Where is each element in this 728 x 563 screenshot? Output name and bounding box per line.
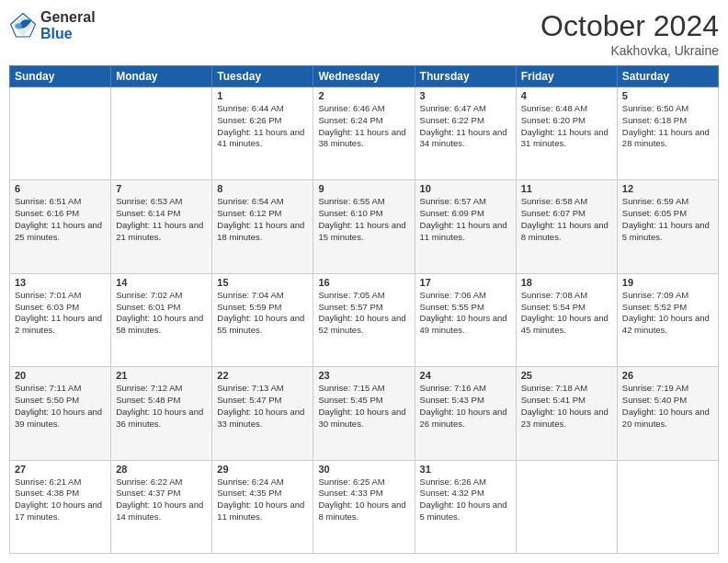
day-info: Sunrise: 6:54 AMSunset: 6:12 PMDaylight:… (217, 196, 308, 243)
location: Kakhovka, Ukraine (540, 43, 719, 58)
day-info: Sunrise: 6:53 AMSunset: 6:14 PMDaylight:… (116, 196, 207, 243)
day-number: 25 (521, 370, 612, 381)
calendar-week-3: 13Sunrise: 7:01 AMSunset: 6:03 PMDayligh… (10, 273, 719, 366)
day-number: 26 (622, 370, 713, 381)
day-number: 7 (116, 183, 207, 194)
calendar-cell: 29Sunrise: 6:24 AMSunset: 4:35 PMDayligh… (212, 460, 313, 553)
calendar-cell: 11Sunrise: 6:58 AMSunset: 6:07 PMDayligh… (516, 180, 617, 273)
weekday-header-saturday: Saturday (617, 66, 718, 87)
logo: General Blue (9, 9, 96, 41)
day-info: Sunrise: 6:50 AMSunset: 6:18 PMDaylight:… (622, 103, 713, 150)
day-number: 14 (116, 277, 207, 288)
calendar-week-5: 27Sunrise: 6:21 AMSunset: 4:38 PMDayligh… (10, 460, 719, 553)
calendar-cell (516, 460, 617, 553)
day-number: 24 (420, 370, 511, 381)
calendar-cell: 2Sunrise: 6:46 AMSunset: 6:24 PMDaylight… (313, 87, 415, 180)
day-info: Sunrise: 6:48 AMSunset: 6:20 PMDaylight:… (521, 103, 612, 150)
day-info: Sunrise: 6:51 AMSunset: 6:16 PMDaylight:… (15, 196, 106, 243)
weekday-header-monday: Monday (111, 66, 212, 87)
calendar-cell (111, 87, 212, 180)
day-info: Sunrise: 6:46 AMSunset: 6:24 PMDaylight:… (318, 103, 409, 150)
day-number: 8 (217, 183, 308, 194)
calendar-cell: 28Sunrise: 6:22 AMSunset: 4:37 PMDayligh… (111, 460, 212, 553)
day-info: Sunrise: 6:24 AMSunset: 4:35 PMDaylight:… (217, 477, 308, 523)
calendar-week-1: 1Sunrise: 6:44 AMSunset: 6:26 PMDaylight… (10, 87, 719, 180)
day-number: 22 (217, 370, 308, 381)
day-info: Sunrise: 6:26 AMSunset: 4:32 PMDaylight:… (420, 477, 511, 523)
calendar-cell: 23Sunrise: 7:15 AMSunset: 5:45 PMDayligh… (313, 367, 415, 460)
day-info: Sunrise: 7:06 AMSunset: 5:55 PMDaylight:… (420, 290, 511, 337)
day-number: 17 (420, 277, 511, 288)
day-number: 5 (622, 90, 713, 101)
page: General Blue October 2024 Kakhovka, Ukra… (0, 0, 728, 563)
calendar-cell: 21Sunrise: 7:12 AMSunset: 5:48 PMDayligh… (111, 367, 212, 460)
day-info: Sunrise: 7:09 AMSunset: 5:52 PMDaylight:… (622, 290, 713, 337)
day-info: Sunrise: 7:02 AMSunset: 6:01 PMDaylight:… (116, 290, 207, 337)
day-info: Sunrise: 6:58 AMSunset: 6:07 PMDaylight:… (521, 196, 612, 243)
day-number: 15 (217, 277, 308, 288)
logo-blue-text: Blue (40, 26, 96, 42)
day-number: 11 (521, 183, 612, 194)
calendar-cell: 25Sunrise: 7:18 AMSunset: 5:41 PMDayligh… (516, 367, 617, 460)
calendar-cell: 3Sunrise: 6:47 AMSunset: 6:22 PMDaylight… (415, 87, 516, 180)
day-info: Sunrise: 6:44 AMSunset: 6:26 PMDaylight:… (217, 103, 308, 150)
day-number: 18 (521, 277, 612, 288)
day-info: Sunrise: 7:08 AMSunset: 5:54 PMDaylight:… (521, 290, 612, 337)
calendar-cell (10, 87, 111, 180)
calendar-cell: 31Sunrise: 6:26 AMSunset: 4:32 PMDayligh… (415, 460, 516, 553)
title-block: October 2024 Kakhovka, Ukraine (540, 9, 719, 58)
weekday-header-thursday: Thursday (415, 66, 516, 87)
day-number: 10 (420, 183, 511, 194)
calendar-cell: 1Sunrise: 6:44 AMSunset: 6:26 PMDaylight… (212, 87, 313, 180)
calendar-cell: 18Sunrise: 7:08 AMSunset: 5:54 PMDayligh… (516, 273, 617, 366)
calendar-cell: 27Sunrise: 6:21 AMSunset: 4:38 PMDayligh… (10, 460, 111, 553)
calendar-cell: 13Sunrise: 7:01 AMSunset: 6:03 PMDayligh… (10, 273, 111, 366)
day-info: Sunrise: 7:15 AMSunset: 5:45 PMDaylight:… (318, 383, 409, 430)
day-info: Sunrise: 7:16 AMSunset: 5:43 PMDaylight:… (420, 383, 511, 430)
calendar-cell: 24Sunrise: 7:16 AMSunset: 5:43 PMDayligh… (415, 367, 516, 460)
calendar-week-4: 20Sunrise: 7:11 AMSunset: 5:50 PMDayligh… (10, 367, 719, 460)
calendar-cell: 26Sunrise: 7:19 AMSunset: 5:40 PMDayligh… (617, 367, 718, 460)
day-info: Sunrise: 6:25 AMSunset: 4:33 PMDaylight:… (318, 477, 409, 523)
day-number: 13 (15, 277, 106, 288)
day-info: Sunrise: 7:05 AMSunset: 5:57 PMDaylight:… (318, 290, 409, 337)
day-info: Sunrise: 7:13 AMSunset: 5:47 PMDaylight:… (217, 383, 308, 430)
weekday-header-friday: Friday (516, 66, 617, 87)
day-info: Sunrise: 6:57 AMSunset: 6:09 PMDaylight:… (420, 196, 511, 243)
day-number: 21 (116, 370, 207, 381)
day-info: Sunrise: 7:01 AMSunset: 6:03 PMDaylight:… (15, 290, 106, 337)
day-number: 23 (318, 370, 409, 381)
day-number: 27 (15, 464, 106, 475)
day-info: Sunrise: 6:59 AMSunset: 6:05 PMDaylight:… (622, 196, 713, 243)
day-info: Sunrise: 7:18 AMSunset: 5:41 PMDaylight:… (521, 383, 612, 430)
day-info: Sunrise: 7:12 AMSunset: 5:48 PMDaylight:… (116, 383, 207, 430)
day-number: 9 (318, 183, 409, 194)
day-number: 19 (622, 277, 713, 288)
day-info: Sunrise: 7:19 AMSunset: 5:40 PMDaylight:… (622, 383, 713, 430)
weekday-header-tuesday: Tuesday (212, 66, 313, 87)
weekday-header-row: SundayMondayTuesdayWednesdayThursdayFrid… (10, 66, 719, 87)
weekday-header-sunday: Sunday (10, 66, 111, 87)
calendar-cell: 5Sunrise: 6:50 AMSunset: 6:18 PMDaylight… (617, 87, 718, 180)
day-number: 3 (420, 90, 511, 101)
day-info: Sunrise: 6:21 AMSunset: 4:38 PMDaylight:… (15, 477, 106, 523)
day-number: 1 (217, 90, 308, 101)
month-title: October 2024 (540, 9, 719, 43)
calendar-cell: 7Sunrise: 6:53 AMSunset: 6:14 PMDaylight… (111, 180, 212, 273)
day-info: Sunrise: 6:22 AMSunset: 4:37 PMDaylight:… (116, 477, 207, 523)
calendar-cell: 20Sunrise: 7:11 AMSunset: 5:50 PMDayligh… (10, 367, 111, 460)
calendar-cell: 22Sunrise: 7:13 AMSunset: 5:47 PMDayligh… (212, 367, 313, 460)
day-number: 29 (217, 464, 308, 475)
day-number: 12 (622, 183, 713, 194)
calendar-cell: 4Sunrise: 6:48 AMSunset: 6:20 PMDaylight… (516, 87, 617, 180)
calendar-cell: 14Sunrise: 7:02 AMSunset: 6:01 PMDayligh… (111, 273, 212, 366)
logo-general-text: General (40, 9, 96, 26)
calendar-cell: 6Sunrise: 6:51 AMSunset: 6:16 PMDaylight… (10, 180, 111, 273)
day-number: 16 (318, 277, 409, 288)
day-number: 30 (318, 464, 409, 475)
calendar-cell: 8Sunrise: 6:54 AMSunset: 6:12 PMDaylight… (212, 180, 313, 273)
day-number: 6 (15, 183, 106, 194)
calendar-cell: 19Sunrise: 7:09 AMSunset: 5:52 PMDayligh… (617, 273, 718, 366)
calendar-cell: 15Sunrise: 7:04 AMSunset: 5:59 PMDayligh… (212, 273, 313, 366)
header: General Blue October 2024 Kakhovka, Ukra… (9, 9, 719, 58)
